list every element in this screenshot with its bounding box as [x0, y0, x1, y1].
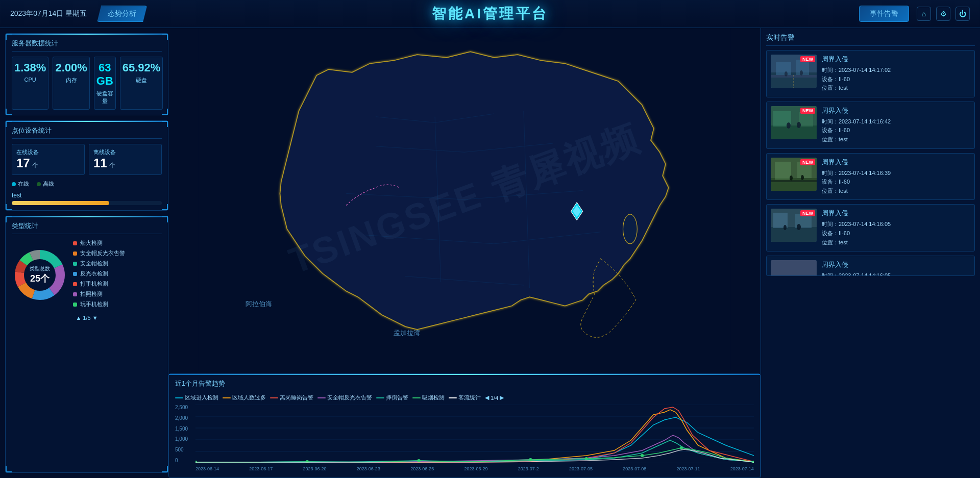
progress-bar — [12, 201, 162, 205]
y-axis: 2,500 2,000 1,500 1,000 500 0 — [175, 405, 193, 463]
type-dot-1 — [73, 251, 77, 256]
legend-line-0 — [175, 397, 183, 398]
analysis-button[interactable]: 态势分析 — [97, 6, 147, 22]
memory-stat: 2.00% 内存 — [53, 57, 89, 110]
pagination-legend[interactable]: ◀ 1/4 ▶ — [485, 394, 504, 401]
alert-item-2[interactable]: NEW 周界入侵 时间：2023-07-14 14:16:39 设备：II-60… — [766, 153, 975, 200]
type-item-4: 打手机检测 — [73, 280, 162, 288]
type-stats-title: 类型统计 — [12, 221, 162, 234]
donut-center-label: 类型总数 — [30, 265, 50, 272]
legend-entry-2: 离岗睡岗告警 — [270, 394, 313, 401]
header-left: 2023年07月14日 星期五 态势分析 — [10, 6, 147, 22]
header: 2023年07月14日 星期五 态势分析 智能AI管理平台 事件告警 ⌂ ⚙ ⏻ — [0, 0, 980, 28]
cpu-stat: 1.38% CPU — [12, 57, 48, 110]
svg-point-46 — [785, 71, 788, 77]
svg-point-34 — [417, 459, 421, 462]
legend-entry-6: 客流统计 — [449, 394, 481, 401]
server-stats-title: 服务器数据统计 — [12, 39, 162, 52]
online-dot — [12, 182, 16, 186]
header-right: 事件告警 ⌂ ⚙ ⏻ — [859, 6, 970, 22]
svg-rect-58 — [771, 180, 817, 182]
alert-type-3: 周界入侵 — [822, 209, 970, 218]
online-label: 在线设备 — [16, 148, 80, 156]
type-dot-5 — [73, 292, 77, 296]
server-stats-grid: 1.38% CPU 2.00% 内存 63 GB 硬盘容量 65.92% 硬盘 — [12, 57, 162, 110]
svg-point-53 — [797, 122, 801, 128]
disk-capacity-value: 63 GB — [96, 61, 113, 88]
chart-body: 2,500 2,000 1,500 1,000 500 0 — [175, 405, 754, 471]
svg-text:孟加拉湾: 孟加拉湾 — [394, 329, 420, 337]
power-icon[interactable]: ⏻ — [955, 7, 970, 21]
svg-point-60 — [801, 175, 804, 180]
alert-type-2: 周界入侵 — [822, 158, 970, 167]
cpu-value: 1.38% — [14, 61, 46, 74]
svg-point-52 — [787, 122, 791, 129]
alert-detail-0: 时间：2023-07-14 14:17:02 设备：II-60 位置：test — [822, 66, 970, 93]
online-value: 17 — [16, 156, 30, 170]
x-axis: 2023-06-14 2023-06-17 2023-06-20 2023-06… — [195, 466, 754, 471]
header-date: 2023年07月14日 星期五 — [10, 9, 87, 18]
alert-thumb-2: NEW — [771, 158, 817, 191]
alert-item-0[interactable]: NEW 周界入侵 时间：2023-07-14 14:17:02 设备：II-60… — [766, 50, 975, 97]
header-icons: ⌂ ⚙ ⏻ — [917, 7, 970, 21]
type-item-3: 反光衣检测 — [73, 270, 162, 278]
svg-point-37 — [641, 454, 644, 457]
memory-label: 内存 — [55, 77, 87, 84]
online-unit: 个 — [32, 162, 38, 169]
right-panel: 实时告警 NEW 周界入侵 — [761, 28, 980, 478]
new-badge-0: NEW — [800, 56, 815, 62]
alert-item-4[interactable]: 周界入侵 时间：2023-07-14 14:16:05 — [766, 256, 975, 276]
svg-point-36 — [585, 457, 589, 460]
event-alert-button[interactable]: 事件告警 — [859, 6, 909, 22]
home-icon[interactable]: ⌂ — [917, 7, 931, 21]
alert-info-2: 周界入侵 时间：2023-07-14 14:16:39 设备：II-60 位置：… — [822, 158, 970, 196]
type-pagination: ▲ 1/5 ▼ — [12, 315, 162, 321]
chart-legend: 区域进入检测 区域人数过多 离岗睡岗告警 安全帽反光衣告警 摔倒告警 吸烟检测 … — [175, 394, 754, 401]
chart-area: 2023-06-14 2023-06-17 2023-06-20 2023-06… — [195, 405, 754, 471]
svg-rect-49 — [771, 125, 817, 139]
server-stats-card: 服务器数据统计 1.38% CPU 2.00% 内存 63 GB 硬盘容量 65… — [5, 33, 168, 115]
disk-capacity-label: 硬盘容量 — [96, 90, 113, 105]
type-stats-card: 类型统计 — [5, 216, 168, 473]
svg-rect-51 — [799, 112, 813, 127]
alert-item-3[interactable]: NEW 周界入侵 时间：2023-07-14 14:16:05 设备：II-60… — [766, 204, 975, 251]
offline-device-box: 离线设备 11 个 — [89, 144, 162, 175]
svg-rect-67 — [771, 260, 817, 276]
type-item-2: 安全帽检测 — [73, 260, 162, 267]
legend-entry-4: 摔倒告警 — [376, 394, 408, 401]
realtime-alert-title: 实时告警 — [766, 33, 975, 46]
new-badge-2: NEW — [800, 159, 815, 165]
type-dot-3 — [73, 272, 77, 276]
type-list: 烟火检测 安全帽反光衣告警 安全帽检测 反光衣检测 打手机检测 — [73, 239, 162, 311]
donut-center: 类型总数 25个 — [30, 265, 50, 285]
page-title: 智能AI管理平台 — [432, 4, 548, 23]
alert-thumb-1: NEW — [771, 106, 817, 139]
chart-title: 近1个月告警趋势 — [175, 379, 225, 388]
map-area: TSINGSEE 青犀视频 — [168, 28, 761, 371]
type-item-5: 拍照检测 — [73, 290, 162, 298]
online-device-box: 在线设备 17 个 — [12, 144, 85, 175]
alert-info-4: 周界入侵 时间：2023-07-14 14:16:05 — [822, 260, 970, 271]
left-panel: 服务器数据统计 1.38% CPU 2.00% 内存 63 GB 硬盘容量 65… — [0, 28, 174, 478]
legend-line-2 — [270, 397, 278, 398]
offline-label: 离线设备 — [93, 148, 157, 156]
new-badge-1: NEW — [800, 108, 815, 114]
settings-icon[interactable]: ⚙ — [936, 7, 950, 21]
alert-type-4: 周界入侵 — [822, 260, 970, 269]
device-legend: 在线 离线 — [12, 180, 162, 188]
alert-detail-4: 时间：2023-07-14 14:16:05 — [822, 271, 970, 276]
offline-unit: 个 — [109, 162, 115, 169]
alert-item-1[interactable]: NEW 周界入侵 时间：2023-07-14 14:16:42 设备：II-60… — [766, 102, 975, 149]
legend-entry-5: 吸烟检测 — [412, 394, 445, 401]
disk-label: 硬盘 — [122, 77, 161, 84]
svg-point-33 — [306, 460, 309, 463]
offline-legend: 离线 — [37, 180, 54, 188]
svg-point-38 — [679, 446, 683, 449]
new-badge-3: NEW — [800, 210, 815, 216]
svg-rect-42 — [776, 62, 791, 75]
disk-capacity-stat: 63 GB 硬盘容量 — [94, 57, 116, 110]
svg-point-47 — [800, 70, 803, 76]
alert-thumb-0: NEW — [771, 55, 817, 88]
legend-entry-1: 区域人数过多 — [223, 394, 266, 401]
offline-dot — [37, 182, 41, 186]
